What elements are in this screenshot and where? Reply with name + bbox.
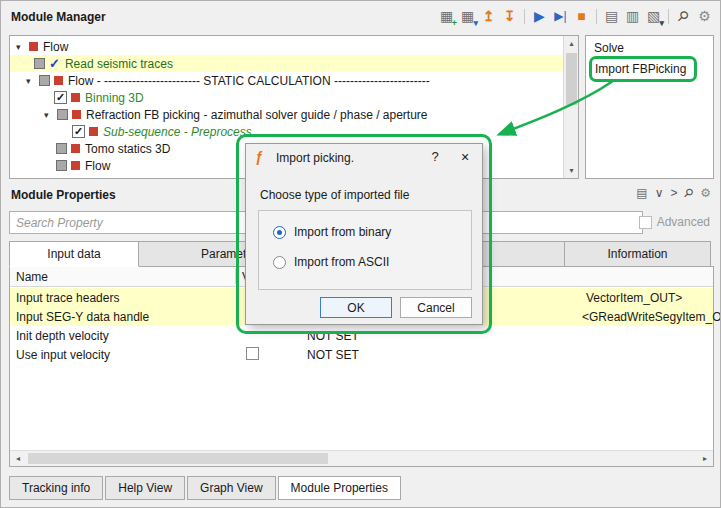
close-icon[interactable]: ×	[452, 146, 478, 168]
tree-item-label: Binning 3D	[85, 91, 144, 105]
horizontal-scrollbar[interactable]: ◂ ▸	[10, 450, 713, 466]
run-icon[interactable]: ▶	[530, 6, 549, 26]
tree-item-static-calculation-flow[interactable]: ▾ Flow - ------------------------ STATIC…	[10, 72, 563, 89]
module-square-icon	[29, 42, 38, 51]
checked-checkbox[interactable]: ✓	[72, 125, 85, 138]
solve-item-import-fbpicking[interactable]: Import FBPicking	[595, 62, 686, 76]
radio-import-from-ascii[interactable]: Import from ASCII	[273, 255, 389, 269]
module-square-icon	[54, 76, 63, 85]
tree-item-binning-3d[interactable]: ✓ Binning 3D	[10, 89, 563, 106]
flow-options-icon[interactable]: ▧▾	[644, 6, 663, 26]
advanced-label: Advanced	[657, 215, 710, 229]
module-state-icon	[34, 58, 45, 69]
module-properties-title: Module Properties	[11, 188, 116, 202]
module-square-icon	[72, 110, 81, 119]
tree-item-label: Sub-sequence - Preprocess	[103, 125, 252, 139]
checked-checkbox[interactable]: ✓	[54, 91, 67, 104]
collapse-arrow-icon[interactable]: ▾	[16, 42, 29, 52]
tree-item-flow[interactable]: ▾ Flow	[10, 38, 563, 55]
radio-selected-icon[interactable]	[273, 226, 286, 239]
collapse-icon[interactable]: ∨	[655, 186, 664, 200]
module-manager-toolbar: ▦+ ▦▾ ↥ ↧ ▶ ▶| ■ ▤ ▥ ▧▾ ⚲ ⚙	[437, 6, 714, 26]
tree-item-label: Flow - ------------------------ STATIC C…	[68, 74, 430, 88]
file-type-group: Import from binary Import from ASCII	[258, 210, 472, 290]
module-state-icon	[57, 109, 68, 120]
tab-input-data[interactable]: Input data	[9, 241, 139, 267]
tab-tracking-info[interactable]: Tracking info	[9, 476, 103, 500]
toolbar-separator	[596, 9, 597, 24]
collapse-arrow-icon[interactable]: ▾	[44, 110, 57, 120]
run-to-icon[interactable]: ▶|	[551, 6, 570, 26]
module-square-icon	[71, 144, 80, 153]
tab-information[interactable]: Information	[564, 241, 711, 267]
scroll-left-icon[interactable]: ◂	[10, 451, 26, 466]
view-tabs: Tracking info Help View Graph View Modul…	[9, 476, 401, 500]
dialog-title: Import picking.	[276, 151, 354, 165]
value-checkbox[interactable]	[246, 347, 259, 360]
tree-item-label: Flow	[85, 159, 110, 173]
module-state-icon	[56, 143, 67, 154]
tree-item-label: Read seismic traces	[65, 57, 173, 71]
scroll-up-icon[interactable]: ▴	[564, 36, 579, 51]
tab-help-view[interactable]: Help View	[105, 476, 185, 500]
help-button[interactable]: ?	[422, 146, 448, 168]
table-row-init-depth-velocity[interactable]: Init depth velocity NOT SET	[10, 326, 713, 345]
table-row-use-input-velocity[interactable]: Use input velocity NOT SET	[10, 345, 713, 364]
tree-item-label: Flow	[43, 40, 68, 54]
module-square-icon	[89, 127, 98, 136]
pin-icon[interactable]: ⚲	[681, 185, 697, 201]
collapse-arrow-icon[interactable]: ▾	[26, 76, 39, 86]
stop-icon[interactable]: ■	[572, 6, 591, 26]
module-manager-title: Module Manager	[11, 10, 106, 24]
report-icon[interactable]: ▤	[602, 6, 621, 26]
settings-icon[interactable]: ⚙	[700, 186, 711, 200]
tree-item-sub-sequence-preprocess[interactable]: ✓ Sub-sequence - Preprocess	[10, 123, 563, 140]
export-flow-icon[interactable]: ↧	[500, 6, 519, 26]
module-state-icon	[56, 160, 67, 171]
tree-item-refraction-fb-picking[interactable]: ▾ Refraction FB picking - azimuthal solv…	[10, 106, 563, 123]
import-flow-icon[interactable]: ↥	[479, 6, 498, 26]
module-square-icon	[71, 93, 80, 102]
add-module-icon[interactable]: ▦+	[437, 6, 456, 26]
module-square-icon	[71, 161, 80, 170]
solve-panel: Solve Import FBPicking	[585, 35, 714, 179]
module-manager-window: Module Manager ▦+ ▦▾ ↥ ↧ ▶ ▶| ■ ▤ ▥ ▧▾ ⚲…	[0, 0, 721, 508]
check-icon: ✓	[49, 56, 60, 71]
tab-graph-view[interactable]: Graph View	[187, 476, 275, 500]
solve-label: Solve	[594, 41, 624, 55]
radio-unselected-icon[interactable]	[273, 256, 286, 269]
module-properties-toolbar: ▤ ∨ > ⚲ ⚙	[636, 186, 711, 200]
ok-button[interactable]: OK	[320, 297, 392, 318]
tree-item-read-seismic-traces[interactable]: ✓ Read seismic traces	[10, 55, 563, 72]
radio-import-from-binary[interactable]: Import from binary	[273, 225, 391, 239]
app-logo-icon: ƒ	[255, 149, 263, 165]
advanced-checkbox[interactable]	[639, 216, 652, 229]
tree-item-label: Refraction FB picking - azimuthal solver…	[86, 108, 428, 122]
pin-icon[interactable]: ⚲	[674, 6, 693, 26]
settings-icon[interactable]: ⚙	[695, 6, 714, 26]
module-library-icon[interactable]: ▦▾	[458, 6, 477, 26]
scroll-down-icon[interactable]: ▾	[564, 163, 579, 178]
tree-item-label: Tomo statics 3D	[85, 142, 170, 156]
tree-vertical-scrollbar[interactable]: ▴ ▾	[563, 36, 578, 178]
toolbar-separator	[668, 9, 669, 24]
advanced-option: Advanced	[639, 215, 710, 229]
export-properties-icon[interactable]: ▤	[636, 186, 647, 200]
toolbar-separator	[524, 9, 525, 24]
tab-module-properties[interactable]: Module Properties	[278, 476, 401, 500]
import-fbpicking-annotation: Import FBPicking	[589, 56, 697, 82]
scrollbar-thumb[interactable]	[566, 53, 577, 105]
expand-icon[interactable]: >	[670, 186, 677, 200]
scroll-right-icon[interactable]: ▸	[697, 451, 713, 466]
copy-icon[interactable]: ▥	[623, 6, 642, 26]
import-picking-dialog: ƒ Import picking. ? × Choose type of imp…	[245, 143, 483, 325]
column-separator[interactable]	[235, 269, 236, 284]
module-state-icon	[39, 75, 50, 86]
dialog-message: Choose type of imported file	[260, 188, 409, 202]
column-header-name: Name	[16, 270, 48, 284]
cancel-button[interactable]: Cancel	[400, 297, 472, 318]
scrollbar-thumb[interactable]	[28, 453, 328, 464]
